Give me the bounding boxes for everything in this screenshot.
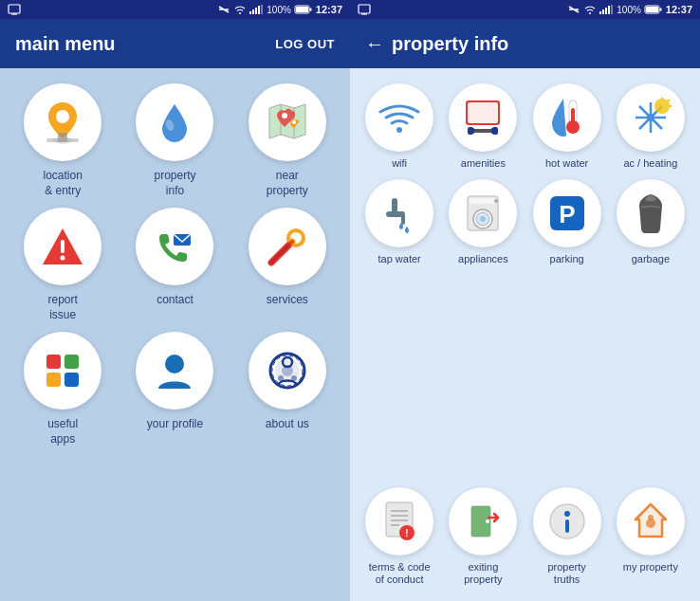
- property-info-label: propertyinfo: [154, 169, 195, 198]
- svg-rect-67: [470, 128, 474, 134]
- location-entry-item[interactable]: location& entry: [9, 83, 116, 198]
- svg-rect-10: [258, 6, 260, 14]
- useful-apps-item[interactable]: usefulapps: [9, 332, 116, 446]
- svg-point-109: [648, 515, 654, 520]
- wifi-label: wifi: [392, 157, 407, 170]
- amenities-label: amenities: [461, 157, 506, 170]
- svg-point-61: [396, 127, 402, 133]
- svg-rect-63: [468, 102, 498, 123]
- logout-button[interactable]: LOG OUT: [275, 37, 335, 51]
- property-info-icon-circle: [136, 83, 213, 161]
- screen-icon-right: [358, 3, 371, 16]
- menu-row-1: location& entry propertyinfo: [9, 83, 341, 198]
- report-issue-item[interactable]: reportissue: [9, 208, 116, 322]
- contact-item[interactable]: contact: [121, 208, 228, 322]
- your-profile-label: your profile: [147, 417, 203, 432]
- svg-rect-37: [64, 373, 79, 387]
- right-panel: 100% 12:37 ← property info: [350, 0, 700, 601]
- status-right-left-icons: [358, 3, 371, 16]
- svg-point-101: [486, 519, 489, 523]
- appliances-item[interactable]: appliances: [443, 179, 523, 265]
- status-left-icons: [8, 3, 21, 16]
- exit-icon: [462, 499, 504, 544]
- property-info-grid: wifi amenities: [350, 68, 700, 601]
- useful-apps-icon-circle: [24, 332, 101, 410]
- near-property-item[interactable]: nearproperty: [234, 83, 341, 198]
- property-info-item[interactable]: propertyinfo: [121, 83, 228, 198]
- svg-rect-71: [571, 108, 575, 127]
- ac-heating-item[interactable]: ac / heating: [611, 83, 691, 170]
- terms-code-icon-circle: !: [365, 487, 433, 555]
- my-property-icon: [630, 499, 672, 544]
- svg-point-43: [278, 375, 284, 381]
- wrench-icon: [262, 221, 313, 272]
- svg-rect-85: [470, 198, 496, 204]
- exiting-property-item[interactable]: exitingproperty: [443, 487, 523, 586]
- svg-point-24: [292, 120, 296, 124]
- svg-rect-55: [605, 8, 607, 14]
- main-menu-grid: location& entry propertyinfo: [0, 68, 350, 601]
- garbage-icon-circle: [617, 179, 685, 247]
- services-icon-circle: [249, 208, 326, 285]
- svg-rect-26: [61, 240, 64, 253]
- hot-water-icon-circle: [533, 83, 601, 152]
- svg-rect-57: [611, 5, 613, 14]
- about-us-item[interactable]: about us: [234, 332, 341, 446]
- truths-icon: [546, 499, 588, 544]
- ac-heating-icon: [628, 95, 673, 140]
- wifi-icon: [378, 100, 420, 135]
- parking-item[interactable]: P parking: [527, 179, 607, 265]
- my-property-label: my property: [623, 561, 678, 574]
- appliances-label: appliances: [458, 253, 508, 265]
- menu-row-3: usefulapps your profile: [9, 332, 341, 446]
- amenities-icon: [460, 97, 506, 138]
- svg-point-42: [282, 365, 293, 376]
- wifi-icon-circle: [365, 83, 433, 152]
- svg-point-104: [564, 511, 570, 517]
- status-bar-left: 100% 12:37: [0, 0, 350, 19]
- services-label: services: [267, 293, 308, 308]
- tap-water-item[interactable]: tap water: [359, 179, 439, 265]
- your-profile-item[interactable]: your profile: [121, 332, 228, 446]
- svg-rect-7: [249, 11, 251, 14]
- garbage-item[interactable]: garbage: [611, 179, 691, 265]
- back-button[interactable]: ←: [365, 33, 384, 55]
- property-truths-icon-circle: [533, 487, 601, 555]
- profile-icon: [149, 345, 200, 396]
- wifi-item[interactable]: wifi: [359, 83, 439, 170]
- my-property-item[interactable]: my property: [611, 487, 691, 586]
- battery-text: 100%: [267, 5, 291, 15]
- wifi-status-icon-right: [584, 5, 596, 14]
- garbage-icon: [630, 191, 672, 236]
- svg-rect-83: [401, 213, 405, 225]
- terms-code-label: terms & codeof conduct: [369, 561, 431, 586]
- ac-heating-label: ac / heating: [623, 157, 677, 170]
- time-left: 12:37: [316, 4, 342, 15]
- svg-rect-8: [252, 9, 254, 14]
- hot-water-item[interactable]: hot water: [527, 83, 607, 170]
- svg-rect-53: [599, 11, 601, 14]
- exiting-property-label: exitingproperty: [464, 561, 502, 586]
- svg-line-33: [271, 246, 288, 263]
- terms-code-item[interactable]: ! terms & codeof conduct: [359, 487, 439, 586]
- svg-rect-54: [602, 9, 604, 14]
- property-truths-item[interactable]: propertytruths: [527, 487, 607, 586]
- hot-water-label: hot water: [545, 157, 588, 170]
- svg-rect-11: [261, 5, 263, 14]
- tap-water-icon: [377, 191, 422, 236]
- about-icon: [262, 345, 313, 396]
- svg-rect-35: [64, 355, 79, 369]
- svg-point-89: [480, 216, 486, 222]
- amenities-item[interactable]: amenities: [443, 83, 523, 170]
- svg-rect-14: [309, 9, 311, 11]
- battery-text-right: 100%: [617, 5, 641, 15]
- status-right-icons: 100% 12:37: [217, 4, 342, 15]
- services-item[interactable]: services: [234, 208, 341, 322]
- pin-icon: [37, 97, 88, 148]
- svg-point-6: [239, 12, 241, 14]
- svg-rect-60: [659, 9, 661, 11]
- status-bar-right: 100% 12:37: [350, 0, 700, 19]
- apps-icon: [37, 345, 88, 396]
- svg-rect-34: [46, 355, 61, 369]
- svg-rect-46: [359, 5, 370, 13]
